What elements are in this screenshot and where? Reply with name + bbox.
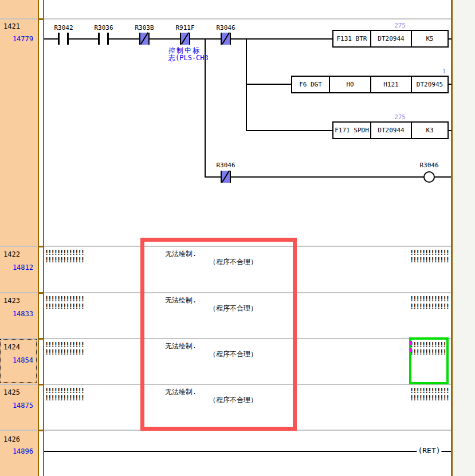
monitor-value: 275 — [377, 113, 406, 121]
block-cell: H0 — [330, 77, 371, 92]
step-number[interactable]: 14779 — [0, 35, 33, 43]
output-coil[interactable] — [423, 171, 435, 183]
continuation-marks: !!!!!!!!!!!!! — [45, 302, 84, 310]
nc-slash-icon — [181, 32, 189, 44]
row-separator — [0, 18, 451, 19]
step-number[interactable]: 14875 — [0, 402, 33, 410]
right-power-rail — [451, 0, 453, 476]
cursor-mark — [410, 348, 412, 352]
block-cell: K3 — [412, 123, 447, 138]
contact-label: R911F — [175, 24, 194, 32]
ret-coil[interactable]: (RET) — [417, 446, 441, 455]
coil-label: R3046 — [419, 162, 438, 169]
block-cell: F6 DGT — [292, 77, 330, 92]
nc-slash-icon — [140, 32, 148, 44]
step-number[interactable]: 14812 — [0, 263, 33, 272]
no-contact[interactable] — [98, 33, 109, 45]
continuation-marks: !!!!!!!!!!!!! — [45, 341, 84, 349]
step-number[interactable]: 14833 — [0, 310, 33, 318]
instruction-block[interactable]: F131 BTR DT20944 K5 — [332, 30, 449, 48]
rung-number[interactable]: 1423 — [3, 297, 20, 305]
contact-label: R303B — [135, 24, 154, 32]
no-contact[interactable] — [58, 33, 69, 45]
continuation-marks: !!!!!!!!!!!!! — [45, 387, 84, 395]
instruction-block[interactable]: F171 SPDH DT20944 K3 — [332, 121, 449, 139]
step-number[interactable]: 14896 — [0, 447, 33, 455]
rung-wire — [44, 451, 451, 452]
block-cell: DT20945 — [412, 77, 447, 92]
relay-comment-line1: 控制中标 — [168, 47, 201, 54]
contact-label: R3036 — [94, 24, 113, 32]
continuation-marks: !!!!!!!!!!!!! — [410, 302, 449, 310]
nc-contact[interactable] — [180, 33, 190, 45]
ladder-editor-view: 1421 14779 1422 14812 1423 14833 1424 14… — [0, 0, 475, 476]
block-cell: DT20944 — [371, 31, 412, 46]
nc-slash-icon — [222, 32, 230, 44]
contact-label: R3046 — [216, 162, 235, 169]
header-border-rail — [38, 0, 39, 476]
left-power-rail — [43, 0, 44, 476]
rung-number[interactable]: 1426 — [3, 435, 20, 443]
rail-tick — [38, 384, 44, 385]
rung-wire — [205, 176, 451, 178]
continuation-marks: !!!!!!!!!!!!! — [45, 256, 84, 264]
relay-comment-line2: 志(PLS-CH3 — [168, 54, 209, 61]
continuation-marks: !!!!!!!!!!!!! — [410, 249, 449, 257]
rail-tick — [38, 292, 44, 294]
block-cell: F131 BTR — [333, 31, 371, 46]
block-cell: H121 — [371, 77, 412, 92]
rail-tick — [38, 338, 44, 340]
continuation-marks: !!!!!!!!!!!!! — [410, 295, 449, 303]
monitor-value: 1 — [417, 68, 446, 75]
continuation-marks: !!!!!!!!!!!!! — [410, 256, 449, 264]
continuation-marks: !!!!!!!!!!!!! — [45, 249, 84, 257]
nc-contact[interactable] — [221, 171, 231, 183]
continuation-marks: !!!!!!!!!!!!! — [45, 394, 84, 402]
nc-slash-icon — [222, 170, 230, 182]
continuation-marks: !!!!!!!!!!!!! — [45, 348, 84, 356]
continuation-marks: !!!!!!!!!!!!! — [410, 387, 449, 395]
selected-rung-header-outline — [0, 339, 37, 383]
nc-contact[interactable] — [221, 33, 231, 45]
rail-tick — [38, 246, 44, 247]
branch-wire — [246, 84, 292, 85]
block-cell: F171 SPDH — [333, 123, 371, 138]
rung-number[interactable]: 1425 — [3, 388, 20, 396]
contact-label: R3042 — [54, 24, 73, 32]
instruction-block[interactable]: F6 DGT H0 H121 DT20945 — [291, 76, 449, 93]
rail-tick — [38, 18, 44, 20]
selection-highlight-box — [409, 337, 449, 384]
block-cell: K5 — [412, 31, 447, 46]
monitor-value: 275 — [377, 22, 406, 29]
contact-label: R3046 — [216, 24, 235, 32]
rung-number[interactable]: 1422 — [3, 250, 20, 258]
block-cell: DT20944 — [371, 123, 412, 138]
continuation-marks: !!!!!!!!!!!!! — [410, 394, 449, 402]
branch-wire — [246, 130, 333, 131]
error-highlight-box — [140, 238, 297, 431]
nc-contact[interactable] — [139, 33, 150, 45]
right-margin — [453, 0, 475, 476]
continuation-marks: !!!!!!!!!!!!! — [45, 295, 84, 303]
cursor-mark — [410, 341, 412, 345]
rung-number[interactable]: 1421 — [3, 22, 20, 30]
rail-tick — [38, 430, 44, 431]
